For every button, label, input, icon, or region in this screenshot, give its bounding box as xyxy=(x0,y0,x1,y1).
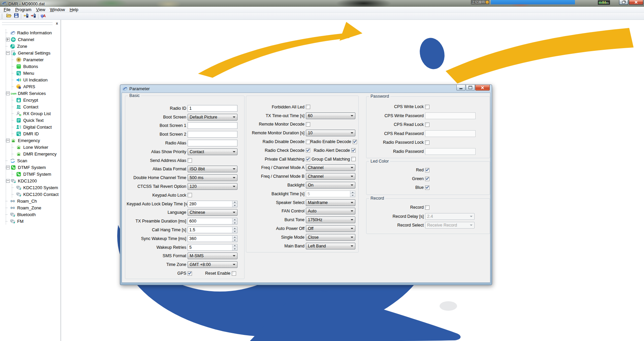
spin-down-button[interactable] xyxy=(232,239,237,242)
dialog-minimize-button[interactable] xyxy=(456,85,465,91)
cps-read-password-input[interactable] xyxy=(425,130,476,137)
spin-up-button[interactable] xyxy=(232,218,237,221)
tree-item-roam-ch[interactable]: Roam_Ch xyxy=(6,198,61,204)
tree-item-channel[interactable]: Channel xyxy=(6,36,61,43)
fan-control-dropdown[interactable]: Auto xyxy=(306,208,355,214)
radio-password-input[interactable] xyxy=(425,148,476,155)
tree-item-dtmf-system[interactable]: DTMF System xyxy=(12,171,61,177)
record-select-dropdown[interactable]: Receive Record xyxy=(425,222,475,229)
keypad-auto-lock-checkbox[interactable] xyxy=(188,193,192,197)
frequency-test-button[interactable]: ψA xyxy=(39,13,47,19)
sidebar-close-button[interactable]: x xyxy=(55,21,59,26)
tree-item-parameter[interactable]: Parameter xyxy=(12,56,61,63)
private-call-matching-checkbox[interactable] xyxy=(306,157,310,161)
write-to-radio-button[interactable] xyxy=(30,13,37,19)
radio-alias-input[interactable] xyxy=(188,140,237,146)
radio-password-lock-checkbox[interactable] xyxy=(425,140,429,145)
spin-down-button[interactable] xyxy=(232,221,237,225)
tree-item-radio-information[interactable]: Radio Information xyxy=(6,29,61,36)
record-checkbox[interactable] xyxy=(425,205,429,210)
spin-down-button[interactable] xyxy=(232,230,237,233)
tx-time-out-time-s-dropdown[interactable]: 60 xyxy=(306,112,355,119)
double-home-channel-time-dropdown[interactable]: 500 ms xyxy=(188,174,237,181)
tree-item-menu[interactable]: Menu xyxy=(12,70,61,76)
backlight-dropdown[interactable]: On xyxy=(306,182,355,189)
tree-item-aprs[interactable]: APRS xyxy=(12,83,61,90)
tx-preamble-duration-ms-spinner[interactable]: 600 xyxy=(188,218,237,225)
remote-monitor-decode-checkbox[interactable] xyxy=(306,122,310,127)
open-file-button[interactable] xyxy=(5,13,12,19)
tree-item-kdc1200-contact[interactable]: KDC1200 Contact xyxy=(12,191,61,198)
tree-item-rx-group-list[interactable]: RX Group List xyxy=(12,110,61,117)
parameter-dialog-titlebar[interactable]: Parameter xyxy=(122,85,490,93)
keypad-auto-lock-delay-time-s-spinner[interactable]: 280 xyxy=(188,201,237,207)
tree-item-dmr-id[interactable]: DMR ID xyxy=(12,130,61,137)
time-zone-dropdown[interactable]: GMT +8:00 xyxy=(188,261,237,268)
call-hang-time-s-spinner[interactable]: 1.5 xyxy=(188,227,237,233)
freq-channel-mode-a-dropdown[interactable]: Channel xyxy=(306,164,355,171)
tree-item-quick-text[interactable]: Quick Text xyxy=(12,117,61,124)
spin-up-button[interactable] xyxy=(232,236,237,239)
menu-item-program[interactable]: Program xyxy=(13,7,34,12)
collapse-toggle-icon[interactable] xyxy=(6,139,10,142)
burst-tone-dropdown[interactable]: 1750Hz xyxy=(306,216,355,223)
auto-power-off-dropdown[interactable]: Off xyxy=(306,225,355,232)
menu-item-file[interactable]: File xyxy=(1,7,13,12)
alias-data-format-dropdown[interactable]: ISO 8bit xyxy=(188,166,237,172)
tree-item-buttons[interactable]: Buttons xyxy=(12,63,61,70)
sidebar-grip[interactable] xyxy=(2,22,53,25)
tree-item-bluetooth[interactable]: Bluetooth xyxy=(6,211,61,218)
menu-item-window[interactable]: Window xyxy=(47,7,67,12)
tree-item-kdc1200-system[interactable]: KDC1200 System xyxy=(12,184,61,191)
cps-write-password-input[interactable] xyxy=(425,112,476,119)
spin-up-button[interactable] xyxy=(232,227,237,230)
backlight-time-s-spinner[interactable]: 5 xyxy=(306,191,355,197)
spin-down-button[interactable] xyxy=(350,194,355,197)
tree-item-dmr-services[interactable]: DMRDMR Services xyxy=(6,90,61,97)
collapse-toggle-icon[interactable] xyxy=(6,92,10,95)
tree-item-scan[interactable]: Scan xyxy=(6,157,61,164)
spin-up-button[interactable] xyxy=(232,201,237,204)
menu-item-view[interactable]: View xyxy=(34,7,47,12)
dialog-close-button[interactable] xyxy=(475,85,490,91)
tree-item-dmr-emergency[interactable]: DMR Emergency xyxy=(12,150,61,157)
tree-item-kdc1200[interactable]: KDC1200 xyxy=(6,177,61,184)
save-file-button[interactable] xyxy=(12,13,20,19)
radio-enable-decode-checkbox[interactable] xyxy=(353,140,357,144)
dialog-maximize-button[interactable] xyxy=(466,85,475,91)
radio-id-input[interactable]: 1 xyxy=(188,105,237,112)
cps-write-lock-checkbox[interactable] xyxy=(425,105,429,109)
freq-channel-mode-b-dropdown[interactable]: Channel xyxy=(306,173,355,180)
collapse-toggle-icon[interactable] xyxy=(6,166,10,169)
radio-disable-decode-checkbox[interactable] xyxy=(306,140,310,144)
radio-alert-decode-checkbox[interactable] xyxy=(351,148,356,152)
tree-item-fm[interactable]: FM xyxy=(6,218,61,225)
tree-item-contact[interactable]: Contact xyxy=(12,103,61,110)
collapse-toggle-icon[interactable] xyxy=(6,51,10,55)
window-restore-button[interactable] xyxy=(619,0,628,5)
main-band-dropdown[interactable]: Left Band xyxy=(306,243,355,249)
radio-check-decode-checkbox[interactable] xyxy=(306,148,310,152)
forbidden-all-led-checkbox[interactable] xyxy=(306,105,310,109)
record-delay-s-dropdown[interactable]: 2.4 xyxy=(425,213,475,220)
boot-screen-1-input[interactable] xyxy=(188,122,237,129)
menu-item-help[interactable]: Help xyxy=(67,7,81,12)
red-checkbox[interactable] xyxy=(425,168,429,172)
wakeup-retries-spinner[interactable]: 5 xyxy=(188,244,237,251)
spin-up-button[interactable] xyxy=(232,244,237,248)
tree-item-general-settings[interactable]: General Settings xyxy=(6,49,61,56)
blue-checkbox[interactable] xyxy=(425,185,429,190)
remote-monitor-duration-s-dropdown[interactable]: 10 xyxy=(306,130,355,136)
boot-screen-2-input[interactable] xyxy=(188,131,237,138)
ctcss-tail-revert-option-dropdown[interactable]: 120 xyxy=(188,183,237,190)
tree-item-dtmf-system[interactable]: DTMF System xyxy=(6,164,61,171)
tree-item-lone-worker[interactable]: Lone Worker xyxy=(12,144,61,150)
alias-show-priority-dropdown[interactable]: Contact xyxy=(188,148,237,155)
tree-item-emergency[interactable]: Emergency xyxy=(6,137,61,144)
read-from-radio-button[interactable] xyxy=(22,13,30,19)
tree-item-digital-contact[interactable]: Digital Contact xyxy=(12,124,61,130)
speaker-select-dropdown[interactable]: Mainframe xyxy=(306,199,355,206)
spin-up-button[interactable] xyxy=(350,191,355,194)
expand-toggle-icon[interactable] xyxy=(6,38,10,41)
collapse-toggle-icon[interactable] xyxy=(6,179,10,183)
